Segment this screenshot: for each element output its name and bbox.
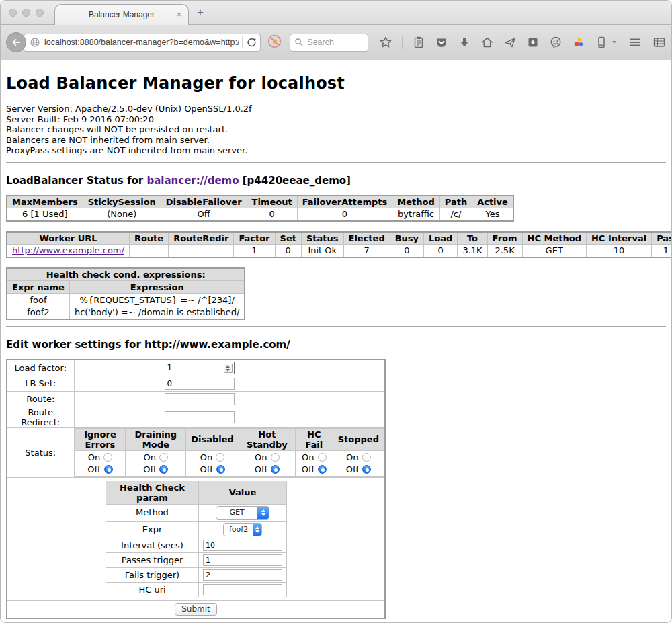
ignore-errors-on-radio[interactable] bbox=[103, 453, 112, 462]
disabled-on-label: On bbox=[200, 452, 212, 462]
blocked-content-icon[interactable] bbox=[267, 34, 282, 51]
hc-interval-input[interactable] bbox=[203, 540, 282, 551]
val-from: 2.5K bbox=[487, 245, 522, 257]
stopped-off-radio[interactable] bbox=[362, 465, 371, 474]
balancer-demo-link[interactable]: balancer://demo bbox=[146, 175, 239, 187]
col-set: Set bbox=[275, 232, 301, 245]
disabled-off-label: Off bbox=[200, 464, 212, 474]
health-check-row: Health Check param Value Method GET bbox=[7, 477, 385, 600]
col-hc-value: Value bbox=[199, 481, 287, 504]
menu-hamburger-icon[interactable] bbox=[628, 36, 642, 49]
home-icon[interactable] bbox=[480, 36, 494, 49]
hc-fail-off-radio[interactable] bbox=[318, 465, 327, 474]
val-disablefailover: Off bbox=[161, 208, 247, 221]
hc-passes-input[interactable] bbox=[203, 554, 282, 566]
back-button[interactable] bbox=[6, 32, 26, 52]
hc-fail-on-radio[interactable] bbox=[318, 453, 327, 462]
hc-expressions-table: Health check cond. expressions: Expr nam… bbox=[6, 267, 245, 320]
status-heading-prefix: LoadBalancer Status for bbox=[6, 175, 146, 187]
col-hc-interval: HC Interval bbox=[586, 232, 651, 245]
disabled-on-radio[interactable] bbox=[216, 453, 224, 462]
val-factor: 1 bbox=[234, 245, 275, 257]
col-worker-url: Worker URL bbox=[7, 232, 129, 245]
window-zoom-button[interactable] bbox=[36, 9, 44, 17]
col-routeredir: RouteRedir bbox=[169, 232, 234, 245]
color-dots-icon[interactable] bbox=[572, 36, 585, 49]
draining-mode-on-radio[interactable] bbox=[159, 453, 168, 462]
status-heading-suffix: [p4420eeae_demo] bbox=[239, 175, 351, 187]
url-bar[interactable]: localhost:8880/balancer-manager?b=demo&w… bbox=[24, 34, 261, 52]
stopped-off-label: Off bbox=[346, 464, 359, 474]
submit-button[interactable]: Submit bbox=[175, 603, 217, 616]
window-close-button[interactable] bbox=[9, 9, 17, 17]
globe-icon bbox=[30, 37, 40, 48]
val-routeredir bbox=[169, 245, 234, 257]
select-stepper-icon bbox=[253, 524, 261, 536]
grid-panel-icon[interactable] bbox=[653, 36, 666, 49]
hc-expr-row-foof2: foof2 hc('body') =~ /domain is establish… bbox=[7, 306, 245, 319]
stopped-on-radio[interactable] bbox=[362, 453, 371, 462]
hc-passes-label: Passes trigger bbox=[106, 552, 199, 567]
back-arrow-icon bbox=[10, 36, 22, 48]
hc-expr-select[interactable]: foof2 bbox=[223, 523, 262, 536]
route-label: Route: bbox=[7, 391, 74, 407]
inherit-note-line: Balancers are NOT inherited from main se… bbox=[6, 135, 666, 146]
col-timeout: Timeout bbox=[247, 196, 297, 208]
bookmark-star-icon[interactable] bbox=[379, 36, 392, 49]
toolbar-icons bbox=[379, 36, 616, 49]
worker-url-link[interactable]: http://www.example.com/ bbox=[12, 245, 124, 255]
route-input[interactable] bbox=[165, 393, 235, 405]
hc-expr-row: Expr foof2 bbox=[106, 521, 287, 538]
balancer-table-header-row: MaxMembers StickySession DisableFailover… bbox=[7, 196, 513, 208]
send-plane-icon[interactable] bbox=[503, 36, 517, 49]
val-method: bytraffic bbox=[392, 208, 439, 221]
pocket-icon[interactable] bbox=[435, 36, 448, 49]
new-tab-button[interactable]: + bbox=[197, 6, 204, 19]
lb-set-input[interactable] bbox=[165, 378, 235, 390]
col-factor: Factor bbox=[234, 232, 275, 245]
url-text[interactable]: localhost:8880/balancer-manager?b=demo&w… bbox=[44, 38, 239, 47]
device-menu-caret-icon[interactable] bbox=[612, 41, 616, 44]
val-maxmembers: 6 [1 Used] bbox=[7, 208, 83, 221]
edit-worker-form: Load factor: LB Set: Route: Route Redire… bbox=[6, 359, 386, 619]
save-to-device-icon[interactable] bbox=[526, 36, 540, 49]
device-sync-icon[interactable] bbox=[595, 36, 608, 49]
window-minimize-button[interactable] bbox=[22, 9, 30, 17]
hc-expr-header-row: Expr name Expression bbox=[7, 281, 245, 294]
ignore-errors-off-label: Off bbox=[87, 464, 100, 474]
hc-method-label: Method bbox=[106, 504, 199, 521]
col-load: Load bbox=[424, 232, 458, 245]
col-expr-name: Expr name bbox=[7, 281, 69, 294]
val-hc-interval: 10 bbox=[586, 245, 651, 257]
val-set: 0 bbox=[275, 245, 301, 257]
hc-uri-input[interactable] bbox=[203, 584, 282, 595]
ignore-errors-off-radio[interactable] bbox=[104, 465, 113, 474]
draining-mode-on-label: On bbox=[144, 452, 156, 462]
col-disablefailover: DisableFailover bbox=[161, 196, 247, 208]
hc-fail-off-label: Off bbox=[302, 464, 314, 474]
number-stepper-icon[interactable] bbox=[224, 364, 233, 373]
disabled-off-radio[interactable] bbox=[216, 465, 225, 474]
chat-smiley-icon[interactable] bbox=[549, 36, 562, 49]
navigation-toolbar: localhost:8880/balancer-manager?b=demo&w… bbox=[1, 25, 671, 60]
server-built-line: Server Built: Feb 9 2016 07:00:20 bbox=[6, 114, 666, 125]
tab-balancer-manager[interactable]: Balancer Manager × bbox=[54, 4, 189, 25]
hc-fails-input[interactable] bbox=[203, 569, 282, 581]
hc-uri-row: HC uri bbox=[106, 582, 287, 597]
val-timeout: 0 bbox=[247, 208, 297, 221]
hot-standby-off-radio[interactable] bbox=[271, 465, 280, 474]
download-icon[interactable] bbox=[458, 36, 471, 49]
hc-expr-label: Expr bbox=[106, 521, 199, 538]
hc-interval-row: Interval (secs) bbox=[106, 538, 287, 552]
reload-icon[interactable] bbox=[246, 37, 257, 48]
draining-mode-off-radio[interactable] bbox=[159, 465, 168, 474]
tab-close-icon[interactable]: × bbox=[177, 10, 181, 19]
browser-window: Balancer Manager × + localhost:8880/bala… bbox=[0, 0, 672, 623]
hc-method-select[interactable]: GET bbox=[216, 506, 269, 520]
clipboard-icon[interactable] bbox=[412, 36, 425, 49]
status-row: Status: Ignore Errors Draining Mode Disa… bbox=[7, 427, 385, 477]
search-bar[interactable]: Search bbox=[290, 34, 368, 52]
route-redirect-input[interactable] bbox=[165, 411, 235, 423]
status-options-table: Ignore Errors Draining Mode Disabled Hot… bbox=[75, 428, 385, 477]
hot-standby-on-radio[interactable] bbox=[271, 453, 280, 462]
